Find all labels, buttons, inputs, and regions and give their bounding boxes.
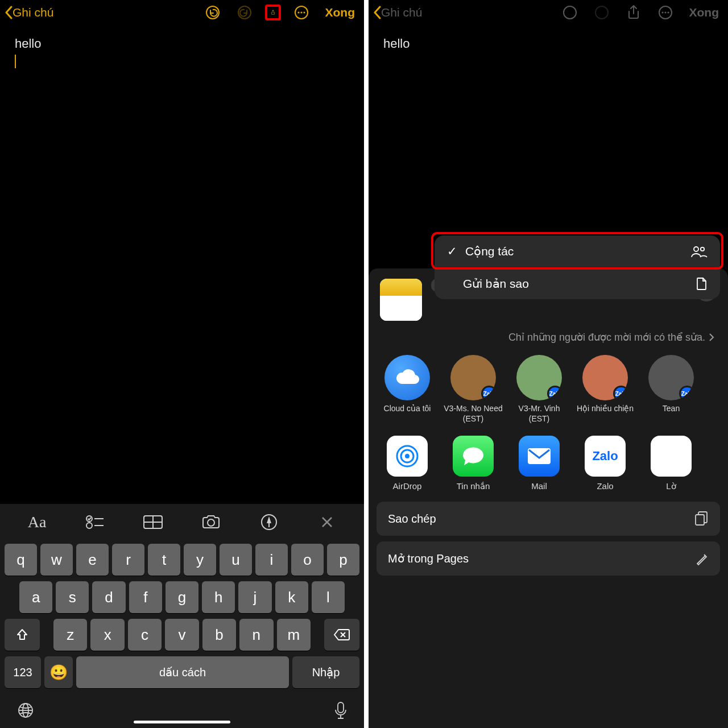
key-j[interactable]: j [238, 581, 271, 613]
chevron-right-icon [709, 333, 714, 342]
navbar-actions: Xong [562, 5, 725, 20]
key-y[interactable]: y [184, 544, 216, 576]
undo-icon[interactable] [562, 5, 578, 20]
contact-item[interactable]: ZaloHội nhiều chiện [574, 355, 636, 424]
svg-point-3 [297, 11, 299, 13]
redo-icon[interactable] [237, 5, 253, 20]
undo-icon[interactable] [205, 5, 221, 20]
app-item[interactable]: Lờ [640, 436, 702, 491]
markup-icon[interactable] [254, 510, 284, 534]
note-text: hello [15, 36, 41, 51]
return-key[interactable]: Nhập [292, 656, 359, 688]
back-button[interactable]: Ghi chú [3, 5, 53, 20]
back-label: Ghi chú [381, 6, 422, 19]
key-c[interactable]: c [128, 619, 162, 651]
app-item[interactable]: ZaloZalo [574, 436, 636, 491]
app-item[interactable]: Tin nhắn [442, 436, 504, 491]
contact-item[interactable]: ZaloTean [640, 355, 702, 424]
key-n[interactable]: n [239, 619, 273, 651]
home-indicator[interactable] [134, 721, 230, 723]
svg-point-31 [701, 247, 704, 251]
key-f[interactable]: f [129, 581, 162, 613]
contact-item[interactable]: ZaloV3-Ms. No Need (EST) [442, 355, 504, 424]
svg-rect-40 [696, 515, 704, 525]
emoji-key[interactable]: 😀 [44, 656, 73, 688]
keyboard[interactable]: qwertyuiop asdfghjkl zxcvbnm 123 😀 dấu c… [0, 540, 364, 693]
apps-row: AirDropTin nhắnMailZaloZaloLờ [369, 436, 728, 502]
popover-send-copy[interactable]: Gửi bản sao [435, 267, 720, 299]
app-item[interactable]: Mail [508, 436, 570, 491]
contact-label: V3-Ms. No Need (EST) [442, 404, 504, 424]
key-g[interactable]: g [166, 581, 198, 613]
app-label: Mail [531, 481, 547, 491]
key-k[interactable]: k [275, 581, 308, 613]
key-l[interactable]: l [312, 581, 345, 613]
globe-icon[interactable] [17, 702, 34, 719]
navbar-actions: Xong [205, 5, 361, 20]
svg-rect-39 [528, 448, 551, 464]
keyboard-area: Aa qwertyuiop asdfghjkl [0, 504, 364, 728]
share-icon[interactable] [265, 5, 281, 20]
contact-item[interactable]: Cloud của tôi [377, 355, 438, 424]
share-mode-popover: ✓ Cộng tác Gửi bản sao [435, 235, 720, 299]
key-b[interactable]: b [202, 619, 236, 651]
checklist-icon[interactable] [80, 510, 110, 534]
key-h[interactable]: h [202, 581, 235, 613]
camera-icon[interactable] [196, 510, 226, 534]
key-e[interactable]: e [76, 544, 109, 576]
popover-collaborate[interactable]: ✓ Cộng tác [435, 235, 720, 267]
key-u[interactable]: u [220, 544, 252, 576]
back-button[interactable]: Ghi chú [372, 5, 422, 20]
key-w[interactable]: w [40, 544, 73, 576]
app-item[interactable]: AirDrop [377, 436, 438, 491]
key-q[interactable]: q [5, 544, 37, 576]
note-content[interactable]: hello [0, 25, 364, 81]
key-v[interactable]: v [165, 619, 198, 651]
done-button[interactable]: Xong [689, 6, 719, 19]
action-icon [694, 511, 709, 527]
redo-icon[interactable] [594, 5, 610, 20]
more-icon[interactable] [657, 5, 673, 20]
svg-point-4 [300, 11, 302, 13]
key-r[interactable]: r [112, 544, 144, 576]
contact-item[interactable]: ZaloV3-Mr. Vinh (EST) [508, 355, 570, 424]
screen-share-sheet: Ghi chú Xong hello ✓ Cộng tác [364, 0, 728, 728]
contacts-row: Cloud của tôiZaloV3-Ms. No Need (EST)Zal… [369, 353, 728, 436]
table-icon[interactable] [138, 510, 168, 534]
mic-icon[interactable] [334, 701, 347, 719]
numbers-key[interactable]: 123 [5, 656, 41, 688]
text-format-icon[interactable]: Aa [22, 510, 52, 534]
contact-label: V3-Mr. Vinh (EST) [508, 404, 570, 424]
backspace-key[interactable] [324, 619, 359, 651]
people-icon [690, 245, 708, 258]
action-sao-chép[interactable]: Sao chép [377, 502, 720, 536]
key-x[interactable]: x [90, 619, 124, 651]
more-icon[interactable] [293, 5, 309, 20]
key-z[interactable]: z [53, 619, 87, 651]
space-key[interactable]: dấu cách [76, 656, 289, 688]
key-t[interactable]: t [148, 544, 180, 576]
permission-row[interactable]: Chỉ những người được mời mới có thể sửa. [369, 328, 728, 353]
screen-notes-edit: Ghi chú Xong hello Aa [0, 0, 364, 728]
close-format-icon[interactable] [312, 510, 342, 534]
shift-key[interactable] [5, 619, 40, 651]
svg-point-25 [595, 6, 608, 19]
svg-point-24 [564, 6, 576, 19]
key-p[interactable]: p [327, 544, 359, 576]
key-s[interactable]: s [56, 581, 89, 613]
share-icon[interactable] [626, 5, 642, 20]
key-i[interactable]: i [255, 544, 288, 576]
navbar: Ghi chú Xong [369, 0, 728, 25]
text-cursor [15, 55, 16, 68]
key-d[interactable]: d [92, 581, 125, 613]
app-label: Lờ [666, 481, 676, 491]
action-mở-trong-pages[interactable]: Mở trong Pages [377, 541, 720, 576]
note-thumbnail [380, 279, 422, 321]
contact-label: Hội nhiều chiện [577, 404, 634, 424]
key-m[interactable]: m [277, 619, 311, 651]
key-o[interactable]: o [291, 544, 324, 576]
note-content: hello [369, 25, 728, 63]
note-text: hello [383, 36, 410, 51]
key-a[interactable]: a [19, 581, 52, 613]
done-button[interactable]: Xong [325, 6, 355, 19]
